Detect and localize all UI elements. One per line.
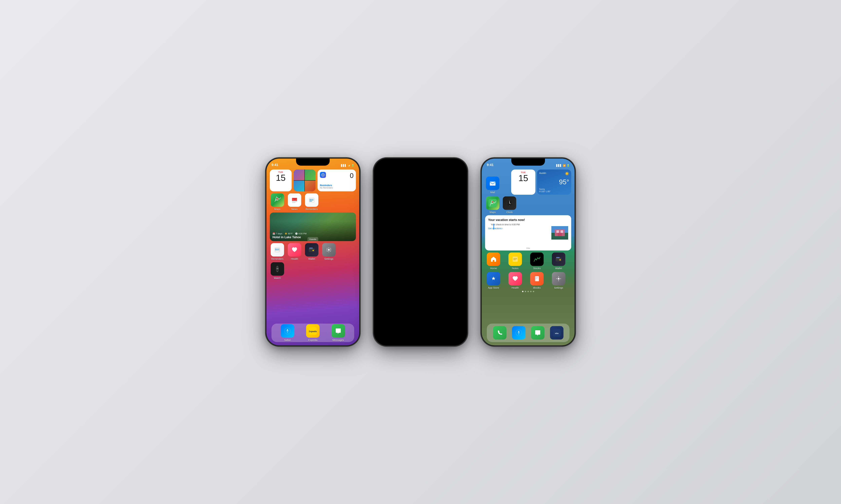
p3-vrbo-widget[interactable]: Your vacation starts now! Your check-in … xyxy=(485,215,571,251)
expedia-dock-icon-p1: Expedia xyxy=(306,324,320,338)
maps-label-p1: Maps xyxy=(274,208,280,211)
vrbo-link[interactable]: Get directions › xyxy=(488,227,549,230)
health-icon-p1 xyxy=(288,243,301,256)
app-wallet-p3[interactable]: Wallet xyxy=(551,252,566,270)
vrbo-img xyxy=(551,226,568,239)
svg-marker-46 xyxy=(287,331,288,333)
appstore-label-p3: App Store xyxy=(488,286,499,289)
signal-icon-3: ▋▋▋ xyxy=(556,164,562,167)
safari-dock-icon-p1 xyxy=(281,324,294,338)
notch-3 xyxy=(511,159,545,166)
messages-dock-label-p1: Messages xyxy=(332,339,344,341)
reminder-subtitle: No Reminders xyxy=(320,187,354,189)
home-label-p3: Home xyxy=(490,267,497,270)
dock-expedia-p1[interactable]: Expedia Expedia xyxy=(305,324,321,341)
svg-rect-154 xyxy=(558,280,559,281)
dock-messages-p3[interactable] xyxy=(530,326,545,340)
settings-label-p1: Settings xyxy=(324,257,333,260)
svg-point-2 xyxy=(323,175,323,176)
svg-rect-42 xyxy=(277,266,278,267)
svg-rect-138 xyxy=(513,258,517,258)
p1-row2: 280 Maps xyxy=(270,193,356,211)
stocks-icon-p3 xyxy=(530,252,544,266)
p1-calendar-widget[interactable]: TUE 15 xyxy=(270,169,292,191)
watch-label-p1: Watch xyxy=(274,276,281,280)
app-mail-p3[interactable]: Mail xyxy=(485,169,500,195)
app-stocks-p3[interactable]: Stocks xyxy=(529,252,545,270)
notch-1 xyxy=(296,159,330,166)
dock-safari-p1[interactable]: Safari xyxy=(280,324,295,341)
svg-rect-31 xyxy=(326,250,327,250)
dock-messages-p1[interactable]: Messages xyxy=(331,324,346,341)
p1-reminders-widget[interactable]: 0 Reminders No Reminders xyxy=(317,169,356,191)
vrbo-subtitle: Your check-in time is 4:00 PM xyxy=(488,223,549,226)
notes-label-p3: Notes xyxy=(512,267,518,270)
app-item-news-p1[interactable]: News xyxy=(287,193,302,211)
svg-rect-134 xyxy=(556,230,559,233)
app-item-watch-p1[interactable]: Watch xyxy=(270,262,285,280)
battery-icon-1: 🔋 xyxy=(351,164,354,167)
messages-dock-icon-p1 xyxy=(331,324,345,338)
stocks-label-p3: Stocks xyxy=(533,267,540,270)
dock-vrbo-p3[interactable]: vrbo xyxy=(549,326,564,340)
reminders2-label-p1: Reminders xyxy=(271,257,284,260)
p1-photos-widget[interactable] xyxy=(294,169,315,191)
time-3: 9:41 xyxy=(487,163,494,167)
svg-rect-150 xyxy=(535,278,537,279)
status-icons-1: ▋▋▋ 📶 🔋 xyxy=(341,164,354,167)
reminders-icon-p1 xyxy=(305,193,319,207)
svg-rect-142 xyxy=(556,258,561,259)
app-home-p3[interactable]: Home xyxy=(486,252,501,270)
app-item-reminders-p1[interactable]: Reminders xyxy=(304,193,319,211)
svg-marker-45 xyxy=(287,329,288,331)
app-health-p3[interactable]: Health xyxy=(508,272,523,289)
app-item-wallet-p1[interactable]: Wallet xyxy=(304,243,319,260)
svg-marker-158 xyxy=(518,331,519,333)
dock-safari-p3[interactable] xyxy=(511,326,526,340)
svg-point-11 xyxy=(310,199,310,200)
reminders2-icon-p1 xyxy=(271,243,284,256)
phone-dock-icon-p3 xyxy=(493,326,507,340)
svg-point-13 xyxy=(310,200,310,201)
messages-dock-icon-p3 xyxy=(531,326,545,340)
app-clock-p3[interactable]: 12 3 6 9 Clock xyxy=(502,196,517,214)
photo-cell-4 xyxy=(305,181,315,191)
settings-icon-p1 xyxy=(322,243,336,256)
svg-rect-32 xyxy=(330,250,331,250)
app-item-reminders2-p1[interactable]: Reminders xyxy=(270,243,285,260)
p1-expedia-widget[interactable]: 📅7 days ☀️80°F 🕓4:00 PM Hotel in Lake Ta… xyxy=(270,213,356,241)
dock-p3: vrbo xyxy=(487,324,569,342)
app-maps-p3[interactable]: 280 Maps xyxy=(485,196,500,214)
svg-rect-36 xyxy=(330,251,331,252)
svg-rect-145 xyxy=(556,257,560,258)
svg-rect-135 xyxy=(561,230,563,233)
vrbo-title: Your vacation starts now! xyxy=(488,218,549,222)
safari-dock-icon-p3 xyxy=(512,326,526,340)
app-notes-p3[interactable]: Notes xyxy=(508,252,523,270)
app-item-settings-p1[interactable]: Settings xyxy=(321,243,337,260)
app-settings-p3[interactable]: Settings xyxy=(551,272,566,289)
expedia-provider-badge: Expedia xyxy=(307,237,318,241)
news-icon-p1 xyxy=(288,193,301,207)
dock-phone-p3[interactable] xyxy=(492,326,507,340)
svg-rect-34 xyxy=(330,248,331,249)
phone-3: 9:41 ▋▋▋ 📶 🔋 xyxy=(481,158,575,346)
reminders-icon xyxy=(320,172,326,178)
svg-point-121 xyxy=(492,201,493,203)
svg-point-21 xyxy=(275,250,276,250)
svg-text:280: 280 xyxy=(491,203,493,204)
phone-2: 9:41 ▋▋▋ 📶 🔋 xyxy=(373,158,468,346)
settings-icon-p3 xyxy=(552,272,565,285)
battery-icon-3: 🔋 xyxy=(567,164,569,167)
app-ibooks-p3[interactable]: iBooks xyxy=(529,272,545,289)
svg-rect-156 xyxy=(560,278,561,279)
p3-calendar-widget[interactable]: TUE 15 xyxy=(511,169,535,195)
mail-icon-p3 xyxy=(486,177,499,190)
app-item-maps-p1[interactable]: 280 Maps xyxy=(270,193,285,211)
dot-4-p3 xyxy=(530,291,532,292)
expedia-dock-label-p1: Expedia xyxy=(308,339,317,341)
app-item-health-p1[interactable]: Health xyxy=(287,243,302,260)
p3-weather-widget[interactable]: Austin ☀️ 95° Sunny H:100° L:85° xyxy=(537,169,571,195)
svg-rect-8 xyxy=(292,202,295,203)
app-appstore-p3[interactable]: App Store xyxy=(486,272,501,289)
